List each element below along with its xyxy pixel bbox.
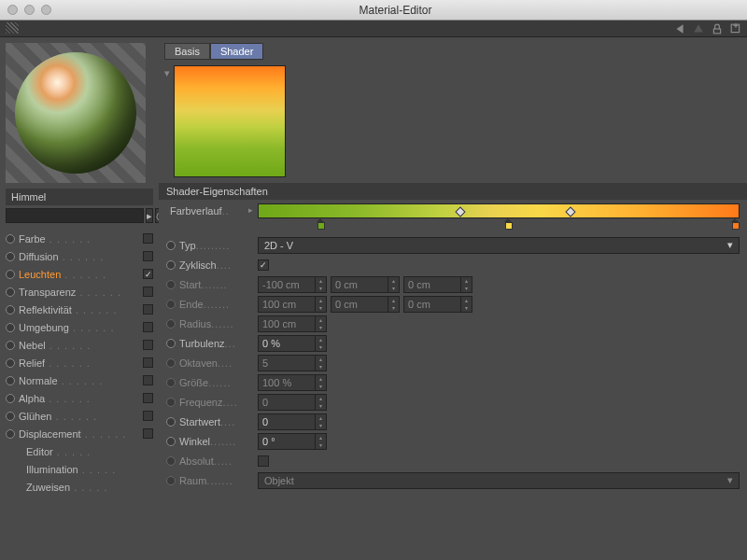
channel-umgebung[interactable]: Umgebung . . . . . . [6,318,153,336]
anim-dot[interactable] [6,394,15,403]
row-winkel: Winkel....... ▴▾ [166,431,740,451]
gradient-knot[interactable] [455,206,465,217]
channel-alpha[interactable]: Alpha . . . . . . [6,389,153,407]
anim-dot[interactable] [166,339,176,348]
new-tab-icon[interactable] [730,23,741,35]
channel-checkbox[interactable] [143,393,153,403]
channel-checkbox[interactable] [143,304,153,315]
row-turbulenz: Turbulenz... ▴▾ [166,333,740,353]
row-raum: Raum....... Objekt▾ [166,470,740,490]
channel-nebel[interactable]: Nebel . . . . . . [6,336,153,354]
row-zyklisch: Zyklisch.... ✓ [166,255,740,274]
channel-checkbox[interactable] [143,411,153,421]
anim-dot[interactable] [166,260,176,270]
start-y-input [331,276,388,293]
anim-dot[interactable] [6,323,15,332]
anim-dot[interactable] [166,417,176,427]
close-window-button[interactable] [7,5,18,15]
subitem-illumination[interactable]: Illumination . . . . . [6,460,153,478]
groesse-input [258,374,316,391]
anim-dot[interactable] [6,287,15,297]
material-name-field[interactable]: Himmel [6,189,153,205]
channel-reflektivität[interactable]: Reflektivität . . . . . . [6,301,153,318]
start-z-input [403,276,461,293]
channel-normale[interactable]: Normale . . . . . . [6,371,153,389]
expand-icon[interactable]: ▾ [164,65,174,177]
anim-dot[interactable] [6,429,15,439]
channel-glühen[interactable]: Glühen . . . . . . [6,407,153,425]
winkel-input[interactable] [258,433,316,450]
channel-diffusion[interactable]: Diffusion . . . . . . [6,247,153,265]
gradient-menu-icon[interactable]: ▸ [248,205,254,215]
row-start: Start....... ▴▾ ▴▾ ▴▾ [166,274,740,294]
search-input[interactable] [6,208,144,223]
anim-dot [166,300,176,309]
preview-sphere [15,52,136,174]
gradient-stop[interactable] [317,218,324,228]
anim-dot[interactable] [166,437,176,446]
anim-dot[interactable] [6,358,15,368]
gradient-stop[interactable] [504,218,512,228]
minimize-window-button[interactable] [24,5,35,15]
row-farbverlauf: Farbverlauf.. ▸ [166,203,740,235]
tab-shader[interactable]: Shader [210,43,263,60]
sidebar: Himmel ▸ ◎ Farbe . . . . . .Diffusion . … [0,37,159,560]
absolut-checkbox [258,455,269,467]
window-controls [7,5,51,15]
anim-dot[interactable] [166,241,176,250]
channel-leuchten[interactable]: Leuchten . . . . . .✓ [6,265,153,283]
up-arrow-icon[interactable] [693,23,704,35]
ende-x-input [258,296,316,313]
radius-input [258,315,316,332]
channel-relief[interactable]: Relief . . . . . . [6,354,153,371]
channel-checkbox[interactable] [143,357,153,368]
zoom-window-button[interactable] [41,5,51,15]
channel-checkbox[interactable]: ✓ [143,269,153,279]
titlebar: Material-Editor [0,0,747,21]
channel-checkbox[interactable] [143,428,153,439]
svg-rect-0 [713,29,720,34]
ende-z-input [403,296,461,313]
subitem-zuweisen[interactable]: Zuweisen . . . . . [6,478,153,496]
section-header: Shader-Eigenschaften [159,183,747,200]
row-startwert: Startwert.... ▴▾ [166,412,740,431]
channel-checkbox[interactable] [143,322,153,332]
startwert-input[interactable] [258,413,316,430]
anim-dot[interactable] [6,252,15,261]
back-arrow-icon[interactable] [674,23,685,35]
turbulenz-input[interactable] [258,335,316,352]
shader-preview[interactable] [174,65,286,177]
anim-dot[interactable] [6,341,15,350]
lock-icon[interactable] [712,23,723,35]
channel-checkbox[interactable] [143,251,153,261]
channel-checkbox[interactable] [143,287,153,297]
channel-transparenz[interactable]: Transparenz . . . . . . [6,283,153,301]
anim-dot [166,398,176,407]
channel-checkbox[interactable] [143,340,153,350]
subitem-editor[interactable]: Editor . . . . . [6,442,153,460]
menu-icon[interactable] [6,22,19,34]
material-preview[interactable] [6,43,146,183]
anim-dot[interactable] [6,376,15,385]
channel-displacement[interactable]: Displacement . . . . . . [6,425,153,442]
zyklisch-checkbox[interactable]: ✓ [258,259,269,271]
anim-dot [166,358,176,368]
anim-dot[interactable] [6,305,15,315]
channel-checkbox[interactable] [143,233,153,244]
typ-select[interactable]: 2D - V▾ [258,237,740,254]
toolbar [0,21,747,37]
channel-farbe[interactable]: Farbe . . . . . . [6,230,153,247]
channel-checkbox[interactable] [143,375,153,385]
anim-dot [166,476,176,485]
gradient-knot[interactable] [565,206,575,217]
gradient-stop[interactable] [731,218,739,228]
anim-dot[interactable] [6,234,15,244]
gradient-editor[interactable] [258,203,740,230]
row-radius: Radius...... ▴▾ [166,314,740,333]
anim-dot[interactable] [6,412,15,421]
start-x-input [258,276,316,293]
row-oktaven: Oktaven.... ▴▾ [166,353,740,372]
tab-basis[interactable]: Basis [164,43,210,60]
anim-dot[interactable] [6,270,15,279]
search-menu-button[interactable]: ▸ [146,208,153,223]
